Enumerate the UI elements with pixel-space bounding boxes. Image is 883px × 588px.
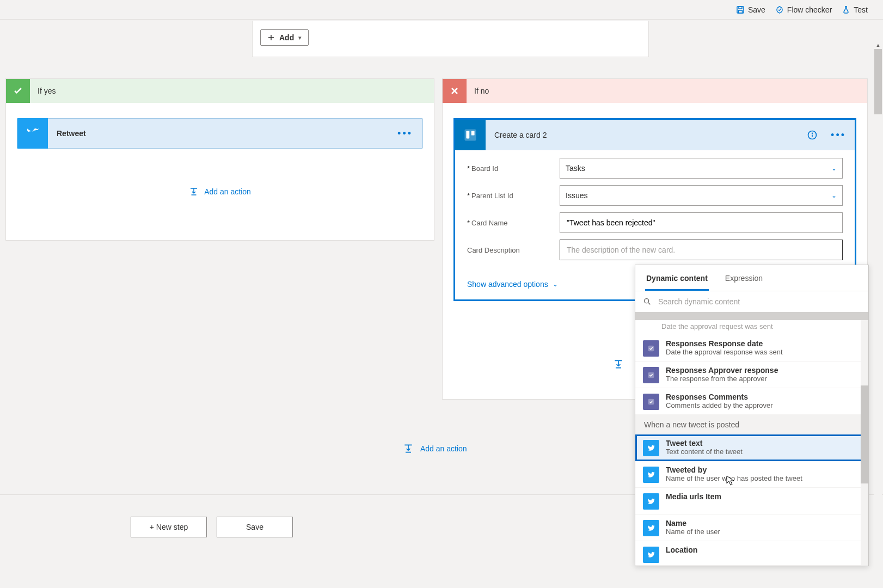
new-step-button[interactable]: + New step (131, 517, 207, 537)
dynamic-item-partial-top: Date the approval request was sent (635, 320, 868, 335)
board-id-select[interactable]: Tasks ⌄ (560, 158, 843, 179)
retweet-menu[interactable]: ••• (388, 128, 422, 139)
if-no-header[interactable]: If no (443, 79, 867, 103)
card-name-input[interactable] (560, 212, 843, 233)
show-advanced-options[interactable]: Show advanced options ⌄ (467, 280, 558, 289)
if-no-label: If no (474, 87, 489, 95)
bottom-save-button[interactable]: Save (217, 517, 293, 537)
add-action-icon (189, 187, 199, 197)
dynamic-search-input[interactable] (657, 297, 861, 307)
canvas-scrollbar[interactable]: ▲ ▼ (874, 41, 882, 586)
chevron-down-icon: ⌄ (831, 192, 837, 199)
card-name-field[interactable] (566, 218, 837, 228)
dynamic-content-panel: Dynamic content Expression Date the appr… (635, 265, 869, 566)
board-id-value: Tasks (566, 164, 585, 173)
approvals-icon (643, 367, 659, 383)
outer-add-action[interactable]: Add an action (403, 443, 467, 454)
dynamic-item-tweet-text[interactable]: Tweet text Text content of the tweet (635, 434, 868, 461)
retweet-label: Retweet (48, 129, 388, 138)
save-button[interactable]: Save (736, 5, 765, 14)
if-yes-label: If yes (38, 87, 56, 95)
advanced-options-label: Show advanced options (467, 280, 548, 289)
parent-list-id-select[interactable]: Issues ⌄ (560, 185, 843, 206)
add-button[interactable]: Add ▾ (260, 29, 309, 46)
card-name-label: *Card Name (467, 219, 560, 227)
trello-card-header[interactable]: Create a card 2 ••• (455, 120, 855, 150)
dynamic-item-name[interactable]: Name Name of the user (635, 514, 868, 541)
dynamic-item-tweeted-by[interactable]: Tweeted by Name of the user who has post… (635, 461, 868, 488)
tab-expression[interactable]: Expression (724, 265, 764, 291)
save-icon (736, 5, 745, 14)
trello-card-menu[interactable]: ••• (822, 130, 855, 141)
outer-add-action-label: Add an action (420, 444, 467, 453)
twitter-icon (643, 493, 659, 510)
card-description-field[interactable] (566, 245, 837, 255)
chevron-down-icon: ⌄ (553, 280, 558, 288)
board-id-label: *Board Id (467, 164, 560, 173)
no-add-action-icon[interactable] (613, 359, 624, 370)
yes-add-action-label: Add an action (204, 187, 251, 196)
parent-list-id-label: *Parent List Id (467, 192, 560, 200)
dynamic-item-media-urls[interactable]: Media urls Item (635, 488, 868, 514)
dynamic-item-response-date[interactable]: Responses Response date Date the approva… (635, 335, 868, 362)
if-yes-header[interactable]: If yes (6, 79, 434, 103)
svg-rect-10 (648, 372, 654, 378)
search-icon (643, 297, 652, 306)
dynamic-group-twitter: When a new tweet is posted (635, 415, 868, 434)
flow-canvas: Add ▾ If yes Retweet ••• Add an (0, 20, 883, 586)
tab-dynamic-content[interactable]: Dynamic content (645, 265, 709, 291)
scroll-down-arrow[interactable]: ▼ (874, 584, 882, 586)
svg-rect-11 (648, 399, 654, 405)
chevron-down-icon: ⌄ (831, 164, 837, 172)
card-description-label: Card Description (467, 246, 560, 254)
test-icon (842, 5, 850, 14)
save-label: Save (748, 5, 765, 14)
scrollbar-thumb[interactable] (861, 385, 868, 483)
test-label: Test (854, 5, 868, 14)
close-icon (443, 79, 467, 103)
svg-rect-2 (738, 10, 742, 13)
svg-rect-9 (648, 346, 654, 352)
svg-point-7 (812, 133, 813, 133)
approvals-icon (643, 394, 659, 410)
retweet-action[interactable]: Retweet ••• (17, 118, 423, 149)
flow-checker-icon (775, 5, 784, 14)
dynamic-item-comments[interactable]: Responses Comments Comments added by the… (635, 388, 868, 415)
if-yes-branch: If yes Retweet ••• Add an action (5, 78, 434, 241)
dynamic-search[interactable] (635, 291, 868, 313)
twitter-icon (643, 547, 659, 563)
top-toolbar: Save Flow checker Test (0, 0, 883, 20)
svg-rect-5 (471, 131, 475, 135)
divider (635, 313, 868, 320)
flow-checker-label: Flow checker (787, 5, 832, 14)
twitter-icon (643, 440, 659, 456)
parent-list-id-value: Issues (566, 191, 587, 200)
condition-card: Add ▾ (252, 21, 649, 57)
dynamic-list: Date the approval request was sent Respo… (635, 320, 868, 566)
svg-rect-4 (466, 131, 469, 138)
info-icon[interactable] (802, 130, 822, 140)
dynamic-item-location[interactable]: Location (635, 541, 868, 566)
dynamic-scrollbar[interactable] (861, 320, 868, 566)
test-button[interactable]: Test (842, 5, 868, 14)
card-description-input[interactable] (560, 240, 843, 260)
add-button-label: Add (279, 33, 294, 42)
plus-icon (267, 34, 275, 41)
check-icon (6, 79, 30, 103)
svg-rect-1 (739, 7, 742, 9)
scroll-up-arrow[interactable]: ▲ (874, 41, 882, 49)
dynamic-item-approver-response[interactable]: Responses Approver response The response… (635, 362, 868, 388)
yes-add-action[interactable]: Add an action (17, 187, 423, 197)
scrollbar-thumb[interactable] (874, 49, 882, 114)
twitter-icon (17, 118, 48, 149)
twitter-icon (643, 520, 659, 536)
add-action-icon (403, 443, 414, 454)
approvals-icon (643, 340, 659, 357)
svg-point-8 (645, 299, 649, 303)
twitter-icon (643, 467, 659, 483)
chevron-down-icon: ▾ (298, 34, 302, 41)
flow-checker-button[interactable]: Flow checker (775, 5, 832, 14)
trello-icon (455, 120, 486, 150)
trello-card-title: Create a card 2 (486, 131, 802, 139)
